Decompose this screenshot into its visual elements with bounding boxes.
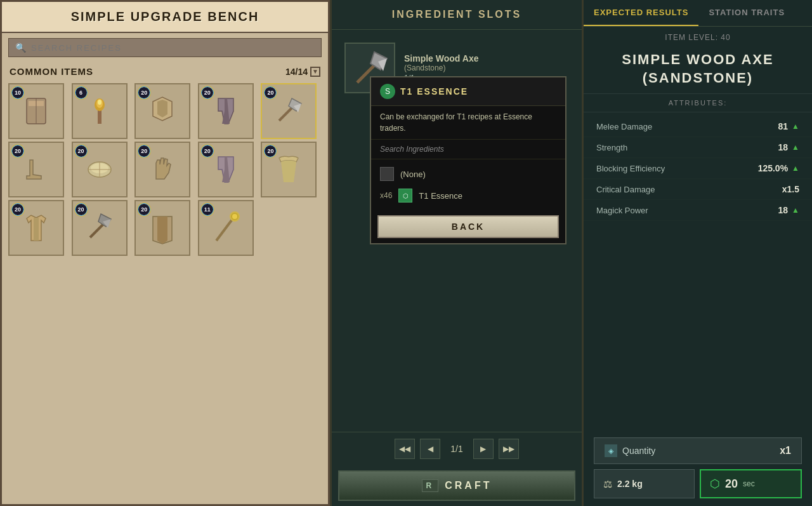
attr-value-strength: 18 ▲ (778, 142, 799, 152)
tab-station-traits[interactable]: STATION TRAITS (698, 0, 795, 26)
weight-icon: ⚖ (603, 478, 612, 490)
tooltip-item-none-label: (None) (400, 170, 426, 179)
sort-icon[interactable]: ▼ (310, 67, 320, 77)
attribute-blocking: Blocking Efficiency 125.0% ▲ (584, 158, 812, 179)
craft-button[interactable]: R CRAFT (338, 470, 575, 501)
tooltip-header: S T1 ESSENCE (371, 77, 565, 106)
list-item[interactable]: 11 (198, 200, 254, 256)
attr-value-critical: x1.5 (782, 184, 799, 194)
tooltip-description: Can be exchanged for T1 recipes at Essen… (371, 106, 565, 140)
weight-value: 2.2 kg (617, 479, 643, 489)
quantity-value: x1 (780, 445, 791, 456)
up-arrow-icon: ▲ (792, 164, 799, 173)
item-name: SIMPLE WOOD AXE (SANDSTONE) (584, 48, 812, 90)
attr-value-magick: 18 ▲ (778, 205, 799, 215)
item-icon (270, 92, 308, 130)
attribute-magick: Magick Power 18 ▲ (584, 200, 812, 221)
back-button[interactable]: BACK (377, 215, 559, 238)
attr-label-melee: Melee Damage (596, 122, 652, 131)
craft-key-label: R (422, 479, 439, 492)
item-icon (207, 209, 245, 247)
list-item[interactable]: 6 (72, 83, 128, 139)
item-icon (207, 92, 245, 130)
items-grid: 10 6 20 20 (2, 81, 328, 258)
up-arrow-icon: ▲ (792, 122, 799, 131)
tooltip-items-list: (None) x46 ⬡ T1 Essence (371, 159, 565, 210)
svg-point-6 (98, 100, 102, 105)
tooltip-item-essence[interactable]: x46 ⬡ T1 Essence (371, 185, 565, 206)
ingredient-area: Simple Wood Axe (Sandstone) 1/1 S T1 ESS… (332, 30, 582, 432)
item-icon (17, 92, 55, 130)
list-item[interactable]: 20 (134, 83, 190, 139)
attribute-critical: Critical Damage x1.5 (584, 179, 812, 200)
list-item[interactable]: 20 (134, 142, 190, 197)
attribute-melee-damage: Melee Damage 81 ▲ (584, 116, 812, 137)
attribute-strength: Strength 18 ▲ (584, 137, 812, 158)
list-item[interactable]: 20 (261, 83, 317, 139)
nav-bar: ◀◀ ◀ 1/1 ▶ ▶▶ (332, 432, 582, 465)
tab-expected-results[interactable]: EXPECTED RESULTS (584, 0, 698, 26)
nav-first-button[interactable]: ◀◀ (395, 439, 415, 459)
ingredient-name: Simple Wood Axe (404, 53, 478, 63)
ingredient-sub: (Sandstone) (404, 63, 478, 72)
list-item[interactable]: 20 (198, 142, 254, 197)
section-title: COMMON ITEMS (10, 66, 93, 77)
item-icon (81, 150, 119, 189)
none-icon (380, 167, 394, 181)
search-icon: 🔍 (15, 43, 26, 53)
quantity-icon: ◈ (605, 444, 617, 457)
search-bar[interactable]: 🔍 (8, 38, 322, 57)
attr-label-strength: Strength (596, 143, 627, 152)
attr-value-melee: 81 ▲ (778, 121, 799, 131)
ingredient-slots-title: INGREDIENT SLOTS (332, 0, 582, 30)
right-tabs: EXPECTED RESULTS STATION TRAITS (584, 0, 812, 27)
up-arrow-icon: ▲ (792, 206, 799, 215)
list-item[interactable]: 20 (72, 142, 128, 197)
list-item[interactable]: 20 (134, 200, 190, 256)
nav-prev-button[interactable]: ◀ (420, 439, 440, 459)
quantity-row: ◈ Quantity x1 (594, 437, 802, 464)
right-panel: EXPECTED RESULTS STATION TRAITS Item Lev… (584, 0, 812, 506)
list-item[interactable]: 20 (261, 142, 317, 197)
attr-label-critical: Critical Damage (596, 185, 655, 194)
essence-icon: ⬡ (398, 189, 412, 203)
tooltip-item-none[interactable]: (None) (371, 163, 565, 185)
item-icon (270, 150, 308, 189)
quantity-label: ◈ Quantity (605, 444, 655, 457)
item-icon (143, 150, 181, 189)
bottom-controls: ◈ Quantity x1 ⚖ 2.2 kg ⬡ 20 sec (584, 430, 812, 506)
list-item[interactable]: 20 (8, 142, 64, 197)
list-item[interactable]: 20 (72, 200, 128, 256)
search-input[interactable] (31, 43, 315, 53)
item-icon (17, 150, 55, 189)
item-level: Item Level: 40 (584, 27, 812, 48)
tooltip-popup: S T1 ESSENCE Can be exchanged for T1 rec… (370, 76, 566, 244)
tooltip-item-qty: x46 (380, 191, 392, 200)
up-arrow-icon: ▲ (792, 143, 799, 152)
attributes-header: ATTRIBUTES: (584, 93, 812, 112)
svg-rect-12 (34, 218, 39, 241)
svg-point-16 (232, 214, 237, 219)
nav-next-button[interactable]: ▶ (473, 439, 494, 459)
section-count: 14/14 ▼ (285, 67, 320, 77)
list-item[interactable]: 20 (8, 200, 64, 256)
item-icon (17, 209, 55, 247)
tooltip-search-label: Search Ingredients (371, 140, 565, 159)
left-panel: SIMPLE UPGRADE BENCH 🔍 COMMON ITEMS 14/1… (0, 0, 330, 506)
attr-label-blocking: Blocking Efficiency (596, 164, 665, 173)
list-item[interactable]: 20 (198, 83, 254, 139)
item-icon (143, 209, 181, 247)
item-icon (143, 92, 181, 130)
time-value: 20 (725, 477, 738, 491)
nav-last-button[interactable]: ▶▶ (499, 439, 519, 459)
time-icon: ⬡ (710, 477, 720, 491)
weight-box: ⚖ 2.2 kg (594, 469, 695, 498)
craft-label: CRAFT (445, 480, 492, 491)
tooltip-essence-icon: S (380, 84, 395, 99)
tooltip-item-essence-label: T1 Essence (419, 191, 462, 201)
attr-label-magick: Magick Power (596, 206, 648, 215)
tooltip-title: T1 ESSENCE (400, 86, 468, 97)
nav-position: 1/1 (445, 444, 468, 454)
list-item[interactable]: 10 (8, 83, 64, 139)
item-icon (81, 92, 119, 130)
